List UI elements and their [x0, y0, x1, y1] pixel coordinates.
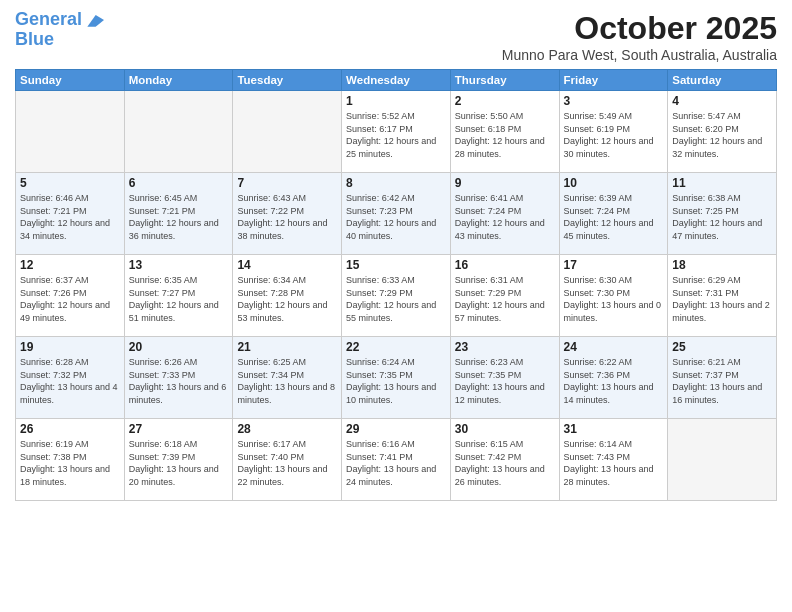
weekday-header-monday: Monday	[124, 70, 233, 91]
day-number: 21	[237, 340, 337, 354]
calendar-cell: 19Sunrise: 6:28 AM Sunset: 7:32 PM Dayli…	[16, 337, 125, 419]
day-info: Sunrise: 6:17 AM Sunset: 7:40 PM Dayligh…	[237, 438, 337, 488]
calendar-cell: 30Sunrise: 6:15 AM Sunset: 7:42 PM Dayli…	[450, 419, 559, 501]
calendar-cell: 6Sunrise: 6:45 AM Sunset: 7:21 PM Daylig…	[124, 173, 233, 255]
calendar-week-row: 26Sunrise: 6:19 AM Sunset: 7:38 PM Dayli…	[16, 419, 777, 501]
calendar-cell: 3Sunrise: 5:49 AM Sunset: 6:19 PM Daylig…	[559, 91, 668, 173]
day-number: 31	[564, 422, 664, 436]
calendar-cell: 1Sunrise: 5:52 AM Sunset: 6:17 PM Daylig…	[342, 91, 451, 173]
day-number: 22	[346, 340, 446, 354]
calendar-cell: 2Sunrise: 5:50 AM Sunset: 6:18 PM Daylig…	[450, 91, 559, 173]
calendar-cell: 24Sunrise: 6:22 AM Sunset: 7:36 PM Dayli…	[559, 337, 668, 419]
logo-text-blue: Blue	[15, 30, 104, 50]
day-number: 2	[455, 94, 555, 108]
weekday-header-wednesday: Wednesday	[342, 70, 451, 91]
day-info: Sunrise: 6:19 AM Sunset: 7:38 PM Dayligh…	[20, 438, 120, 488]
day-info: Sunrise: 5:52 AM Sunset: 6:17 PM Dayligh…	[346, 110, 446, 160]
day-info: Sunrise: 6:23 AM Sunset: 7:35 PM Dayligh…	[455, 356, 555, 406]
day-number: 17	[564, 258, 664, 272]
day-number: 6	[129, 176, 229, 190]
weekday-header-friday: Friday	[559, 70, 668, 91]
calendar-week-row: 1Sunrise: 5:52 AM Sunset: 6:17 PM Daylig…	[16, 91, 777, 173]
calendar-table: SundayMondayTuesdayWednesdayThursdayFrid…	[15, 69, 777, 501]
calendar-cell: 12Sunrise: 6:37 AM Sunset: 7:26 PM Dayli…	[16, 255, 125, 337]
day-info: Sunrise: 5:47 AM Sunset: 6:20 PM Dayligh…	[672, 110, 772, 160]
calendar-cell: 16Sunrise: 6:31 AM Sunset: 7:29 PM Dayli…	[450, 255, 559, 337]
calendar-cell: 31Sunrise: 6:14 AM Sunset: 7:43 PM Dayli…	[559, 419, 668, 501]
calendar-cell: 18Sunrise: 6:29 AM Sunset: 7:31 PM Dayli…	[668, 255, 777, 337]
day-info: Sunrise: 6:15 AM Sunset: 7:42 PM Dayligh…	[455, 438, 555, 488]
calendar-cell: 10Sunrise: 6:39 AM Sunset: 7:24 PM Dayli…	[559, 173, 668, 255]
svg-marker-0	[87, 15, 104, 27]
calendar-cell: 4Sunrise: 5:47 AM Sunset: 6:20 PM Daylig…	[668, 91, 777, 173]
day-info: Sunrise: 6:31 AM Sunset: 7:29 PM Dayligh…	[455, 274, 555, 324]
day-info: Sunrise: 6:28 AM Sunset: 7:32 PM Dayligh…	[20, 356, 120, 406]
calendar-cell: 5Sunrise: 6:46 AM Sunset: 7:21 PM Daylig…	[16, 173, 125, 255]
calendar-cell: 13Sunrise: 6:35 AM Sunset: 7:27 PM Dayli…	[124, 255, 233, 337]
day-number: 15	[346, 258, 446, 272]
title-block: October 2025 Munno Para West, South Aust…	[502, 10, 777, 63]
calendar-cell: 15Sunrise: 6:33 AM Sunset: 7:29 PM Dayli…	[342, 255, 451, 337]
day-number: 16	[455, 258, 555, 272]
calendar-cell: 20Sunrise: 6:26 AM Sunset: 7:33 PM Dayli…	[124, 337, 233, 419]
header: General Blue October 2025 Munno Para Wes…	[15, 10, 777, 63]
day-info: Sunrise: 6:45 AM Sunset: 7:21 PM Dayligh…	[129, 192, 229, 242]
day-info: Sunrise: 6:46 AM Sunset: 7:21 PM Dayligh…	[20, 192, 120, 242]
day-number: 26	[20, 422, 120, 436]
day-info: Sunrise: 6:18 AM Sunset: 7:39 PM Dayligh…	[129, 438, 229, 488]
calendar-cell	[124, 91, 233, 173]
weekday-header-saturday: Saturday	[668, 70, 777, 91]
day-number: 3	[564, 94, 664, 108]
calendar-cell: 17Sunrise: 6:30 AM Sunset: 7:30 PM Dayli…	[559, 255, 668, 337]
day-number: 11	[672, 176, 772, 190]
day-number: 7	[237, 176, 337, 190]
weekday-header-tuesday: Tuesday	[233, 70, 342, 91]
logo-text: General	[15, 10, 82, 30]
day-info: Sunrise: 6:39 AM Sunset: 7:24 PM Dayligh…	[564, 192, 664, 242]
calendar-week-row: 19Sunrise: 6:28 AM Sunset: 7:32 PM Dayli…	[16, 337, 777, 419]
day-number: 1	[346, 94, 446, 108]
calendar-cell	[16, 91, 125, 173]
day-info: Sunrise: 6:34 AM Sunset: 7:28 PM Dayligh…	[237, 274, 337, 324]
calendar-cell: 25Sunrise: 6:21 AM Sunset: 7:37 PM Dayli…	[668, 337, 777, 419]
page: General Blue October 2025 Munno Para Wes…	[0, 0, 792, 612]
day-info: Sunrise: 6:14 AM Sunset: 7:43 PM Dayligh…	[564, 438, 664, 488]
day-info: Sunrise: 5:50 AM Sunset: 6:18 PM Dayligh…	[455, 110, 555, 160]
day-number: 27	[129, 422, 229, 436]
calendar-cell: 14Sunrise: 6:34 AM Sunset: 7:28 PM Dayli…	[233, 255, 342, 337]
calendar-cell: 8Sunrise: 6:42 AM Sunset: 7:23 PM Daylig…	[342, 173, 451, 255]
weekday-header-row: SundayMondayTuesdayWednesdayThursdayFrid…	[16, 70, 777, 91]
day-number: 25	[672, 340, 772, 354]
calendar-cell	[668, 419, 777, 501]
day-number: 20	[129, 340, 229, 354]
month-title: October 2025	[502, 10, 777, 47]
day-number: 24	[564, 340, 664, 354]
day-info: Sunrise: 6:21 AM Sunset: 7:37 PM Dayligh…	[672, 356, 772, 406]
day-number: 10	[564, 176, 664, 190]
day-info: Sunrise: 6:24 AM Sunset: 7:35 PM Dayligh…	[346, 356, 446, 406]
day-info: Sunrise: 6:26 AM Sunset: 7:33 PM Dayligh…	[129, 356, 229, 406]
day-info: Sunrise: 6:25 AM Sunset: 7:34 PM Dayligh…	[237, 356, 337, 406]
calendar-week-row: 5Sunrise: 6:46 AM Sunset: 7:21 PM Daylig…	[16, 173, 777, 255]
calendar-cell: 7Sunrise: 6:43 AM Sunset: 7:22 PM Daylig…	[233, 173, 342, 255]
calendar-cell: 27Sunrise: 6:18 AM Sunset: 7:39 PM Dayli…	[124, 419, 233, 501]
day-info: Sunrise: 6:29 AM Sunset: 7:31 PM Dayligh…	[672, 274, 772, 324]
location-title: Munno Para West, South Australia, Austra…	[502, 47, 777, 63]
day-number: 5	[20, 176, 120, 190]
day-number: 28	[237, 422, 337, 436]
day-info: Sunrise: 6:30 AM Sunset: 7:30 PM Dayligh…	[564, 274, 664, 324]
day-number: 23	[455, 340, 555, 354]
day-info: Sunrise: 5:49 AM Sunset: 6:19 PM Dayligh…	[564, 110, 664, 160]
day-info: Sunrise: 6:37 AM Sunset: 7:26 PM Dayligh…	[20, 274, 120, 324]
weekday-header-thursday: Thursday	[450, 70, 559, 91]
calendar-cell: 11Sunrise: 6:38 AM Sunset: 7:25 PM Dayli…	[668, 173, 777, 255]
day-info: Sunrise: 6:33 AM Sunset: 7:29 PM Dayligh…	[346, 274, 446, 324]
day-info: Sunrise: 6:22 AM Sunset: 7:36 PM Dayligh…	[564, 356, 664, 406]
calendar-cell: 21Sunrise: 6:25 AM Sunset: 7:34 PM Dayli…	[233, 337, 342, 419]
day-info: Sunrise: 6:42 AM Sunset: 7:23 PM Dayligh…	[346, 192, 446, 242]
day-number: 18	[672, 258, 772, 272]
day-info: Sunrise: 6:16 AM Sunset: 7:41 PM Dayligh…	[346, 438, 446, 488]
day-number: 13	[129, 258, 229, 272]
day-number: 4	[672, 94, 772, 108]
calendar-cell: 9Sunrise: 6:41 AM Sunset: 7:24 PM Daylig…	[450, 173, 559, 255]
